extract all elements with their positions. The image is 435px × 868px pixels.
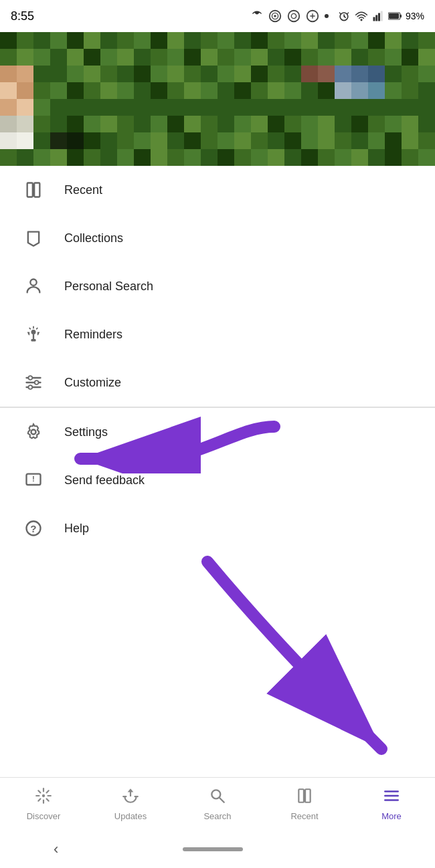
svg-point-209	[28, 376, 32, 380]
svg-rect-55	[217, 49, 234, 66]
svg-rect-80	[100, 66, 117, 82]
svg-point-212	[31, 430, 36, 435]
svg-rect-52	[167, 49, 184, 66]
menu-item-reminders[interactable]: Reminders	[0, 310, 435, 358]
nav-item-recent[interactable]: Recent	[261, 782, 348, 827]
menu-item-help[interactable]: ? Help	[0, 504, 435, 552]
svg-rect-97	[402, 66, 418, 82]
svg-rect-125	[50, 116, 67, 132]
svg-rect-11	[381, 11, 383, 21]
svg-rect-102	[100, 82, 117, 99]
svg-rect-126	[67, 116, 84, 132]
svg-rect-175	[17, 149, 33, 166]
svg-rect-93	[335, 66, 351, 82]
svg-rect-105	[151, 82, 167, 99]
svg-rect-85	[184, 66, 201, 82]
svg-text:?: ?	[30, 523, 36, 534]
svg-rect-76	[33, 99, 50, 116]
customize-label: Customize	[64, 376, 121, 390]
svg-rect-67	[418, 49, 435, 66]
svg-rect-148	[0, 132, 17, 149]
app-icon-1	[268, 9, 282, 23]
back-button[interactable]: ‹	[54, 841, 58, 858]
svg-rect-180	[100, 149, 117, 166]
svg-rect-40	[402, 32, 418, 49]
svg-rect-165	[284, 132, 301, 149]
wifi-icon	[355, 9, 368, 23]
svg-rect-106	[167, 82, 184, 99]
bottom-nav: Discover Updates Search Recent More	[0, 777, 435, 831]
svg-rect-8	[373, 17, 375, 21]
svg-rect-134	[201, 116, 217, 132]
svg-rect-191	[284, 149, 301, 166]
recent-nav-icon	[296, 787, 313, 808]
home-pill[interactable]	[183, 847, 243, 851]
svg-rect-22	[100, 32, 117, 49]
svg-rect-48	[100, 49, 117, 66]
menu-item-personal-search[interactable]: Personal Search	[0, 262, 435, 310]
svg-rect-75	[17, 99, 33, 116]
svg-rect-201	[34, 183, 39, 197]
svg-rect-198	[402, 149, 418, 166]
svg-rect-172	[402, 132, 418, 149]
updates-icon	[122, 787, 139, 808]
svg-line-225	[47, 799, 49, 801]
svg-rect-66	[402, 49, 418, 66]
svg-rect-96	[385, 66, 402, 82]
svg-rect-101	[84, 82, 100, 99]
svg-rect-143	[351, 116, 368, 132]
svg-rect-56	[234, 49, 251, 66]
status-icons: 93%	[250, 9, 424, 23]
svg-rect-153	[84, 132, 100, 149]
svg-rect-173	[418, 132, 435, 149]
svg-rect-63	[351, 49, 368, 66]
hero-pixels	[0, 32, 435, 166]
menu-item-recent[interactable]: Recent	[0, 166, 435, 214]
menu-item-settings[interactable]: Settings	[0, 408, 435, 456]
svg-rect-89	[251, 66, 268, 82]
svg-rect-188	[234, 149, 251, 166]
svg-rect-160	[201, 132, 217, 149]
menu-item-collections[interactable]: Collections	[0, 214, 435, 262]
svg-rect-17	[17, 32, 33, 49]
svg-point-3	[288, 11, 300, 22]
svg-rect-139	[284, 116, 301, 132]
svg-rect-132	[167, 116, 184, 132]
svg-rect-10	[378, 13, 380, 21]
svg-rect-129	[117, 116, 134, 132]
svg-rect-116	[335, 82, 351, 99]
recent-label: Recent	[64, 183, 102, 197]
svg-point-6	[325, 14, 329, 18]
nav-item-search[interactable]: Search	[174, 782, 261, 827]
svg-rect-163	[251, 132, 268, 149]
svg-rect-31	[251, 32, 268, 49]
person-icon	[19, 277, 48, 296]
nav-item-more[interactable]: More	[348, 782, 435, 827]
svg-rect-110	[234, 82, 251, 99]
hero-image	[0, 32, 435, 166]
svg-rect-39	[385, 32, 402, 49]
svg-rect-37	[351, 32, 368, 49]
svg-rect-112	[268, 82, 284, 99]
menu-section-1: Recent Collections Personal Search Remin…	[0, 166, 435, 407]
svg-rect-114	[301, 82, 318, 99]
svg-rect-64	[368, 49, 385, 66]
discover-icon	[35, 787, 52, 808]
svg-rect-122	[0, 116, 17, 132]
svg-line-229	[220, 798, 224, 802]
svg-rect-204	[31, 339, 36, 342]
svg-point-210	[35, 381, 39, 385]
nav-item-updates[interactable]: Updates	[87, 782, 174, 827]
feedback-icon: !	[19, 471, 48, 490]
svg-rect-149	[17, 132, 33, 149]
svg-rect-77	[50, 66, 67, 82]
svg-line-226	[47, 790, 49, 792]
nav-item-discover[interactable]: Discover	[0, 782, 87, 827]
menu-item-feedback[interactable]: ! Send feedback	[0, 456, 435, 504]
status-time: 8:55	[11, 9, 34, 23]
svg-rect-181	[117, 149, 134, 166]
svg-rect-174	[0, 149, 17, 166]
svg-rect-90	[268, 66, 284, 82]
menu-item-customize[interactable]: Customize	[0, 358, 435, 407]
svg-rect-59	[284, 49, 301, 66]
